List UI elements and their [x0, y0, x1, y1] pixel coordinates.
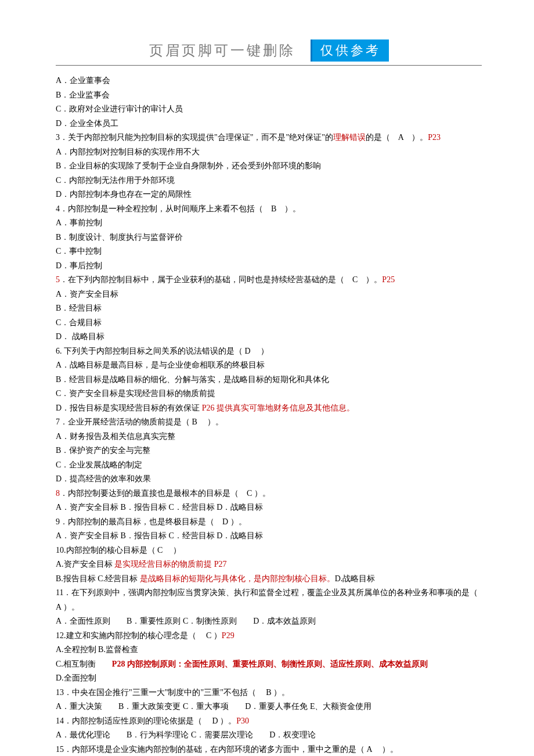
text-segment: C．政府对企业进行审计的审计人员 [56, 105, 183, 113]
text-segment: A．资产安全目标 B．报告目标 C．经营目标 D．战略目标 [56, 503, 263, 512]
text-line: B．企业目标的实现除了受制于企业自身限制外，还会受到外部环境的影响 [56, 159, 482, 174]
text-segment: B．经营目标 [56, 304, 102, 312]
text-line: C．政府对企业进行审计的审计人员 [56, 102, 482, 117]
text-line: C．资产安全目标是实现经营目标的物质前提 [56, 387, 482, 401]
text-segment: A．财务报告及相关信息真实完整 [56, 432, 175, 441]
text-segment: P23 [428, 133, 441, 142]
text-line: 15．内部环境是企业实施内部控制的基础，在内部环境的诸多方面中，重中之重的是（ … [56, 743, 482, 757]
text-line: A．重大决策 B．重大政策变更 C．重大事项 D．重要人事任免 E、大额资金使用 [56, 700, 482, 714]
text-segment: C．合规目标 [56, 318, 102, 327]
text-segment: C．企业发展战略的制定 [56, 460, 142, 469]
text-line: 8．内部控制要达到的最直接也是最根本的目标是（ C ）。 [56, 487, 482, 501]
text-segment: B．经营目标是战略目标的细化、分解与落实，是战略目标的短期化和具体化 [56, 375, 329, 384]
text-segment: D．企业全体员工 [56, 119, 118, 128]
text-segment: 是实现经营目标的物质前提 P27 [114, 560, 226, 568]
text-segment: A．内部控制对控制目标的实现作用不大 [56, 147, 200, 156]
text-line: A．资产安全目标 [56, 287, 482, 302]
text-segment: C.相互制衡 [56, 660, 112, 668]
text-segment: 14．内部控制适应性原则的理论依据是（ D ）。 [56, 717, 236, 725]
text-segment: A．最优化理论 B．行为科学理论 C．需要层次理论 D．权变理论 [56, 730, 316, 739]
text-line: D．提高经营的效率和效果 [56, 472, 482, 487]
text-segment: B．制度设计、制度执行与监督评价 [56, 233, 183, 242]
text-line: 12.建立和实施内部控制的核心理念是（ C ）P29 [56, 629, 482, 643]
text-line: A．事前控制 [56, 216, 482, 231]
text-line: A．战略目标是最高目标，是与企业使命相联系的终极目标 [56, 358, 482, 373]
text-line: 14．内部控制适应性原则的理论依据是（ D ）。P30 [56, 714, 482, 729]
text-line: D．事后控制 [56, 259, 482, 273]
text-segment: A．资产安全目标 [56, 290, 118, 298]
text-line: C．内部控制无法作用于外部环境 [56, 174, 482, 188]
text-line: D．企业全体员工 [56, 117, 482, 131]
text-line: 10.内部控制的核心目标是（ C ） [56, 543, 482, 558]
text-segment: A.资产安全目标 [56, 560, 114, 568]
document-body: A．企业董事会B．企业监事会C．政府对企业进行审计的审计人员D．企业全体员工3．… [56, 74, 482, 756]
text-line: C．事中控制 [56, 244, 482, 259]
text-segment: C．事中控制 [56, 247, 102, 255]
text-segment: B．企业监事会 [56, 91, 110, 99]
text-segment: 3．关于内部控制只能为控制目标的实现提供"合理保证"，而不是"绝对保证"的 [56, 133, 333, 142]
text-segment: 5 [56, 275, 60, 284]
text-segment: B．保护资产的安全与完整 [56, 446, 150, 455]
text-segment: B．企业目标的实现除了受制于企业自身限制外，还会受到外部环境的影响 [56, 161, 321, 170]
text-segment: 理解错误 [333, 133, 366, 142]
text-segment: D.全面控制 [56, 674, 96, 682]
text-segment: ．内部控制要达到的最直接也是最根本的目标是（ C ）。 [60, 489, 270, 498]
text-segment: C．资产安全目标是实现经营目标的物质前提 [56, 389, 215, 398]
text-segment: 是战略目标的短期化与具体化，是内部控制核心目标。 [140, 574, 335, 583]
text-line: 3．关于内部控制只能为控制目标的实现提供"合理保证"，而不是"绝对保证"的理解错… [56, 131, 482, 145]
text-segment: 10.内部控制的核心目标是（ C ） [56, 546, 181, 555]
text-line: A．财务报告及相关信息真实完整 [56, 430, 482, 444]
text-line: 9．内部控制的最高目标，也是终极目标是（ D ）。 [56, 515, 482, 530]
text-segment: D．内部控制本身也存在一定的局限性 [56, 190, 192, 199]
text-line: B．经营目标是战略目标的细化、分解与落实，是战略目标的短期化和具体化 [56, 373, 482, 387]
text-segment: P26 提供真实可靠地财务信息及其他信息。 [202, 404, 355, 412]
text-line: A．全面性原则 B．重要性原则 C．制衡性原则 D．成本效益原则 [56, 614, 482, 629]
text-segment: A．资产安全目标 B．报告目标 C．经营目标 D．战略目标 [56, 531, 263, 540]
text-line: B．企业监事会 [56, 88, 482, 103]
text-line: C．合规目标 [56, 316, 482, 330]
text-line: B．制度设计、制度执行与监督评价 [56, 231, 482, 245]
text-segment: P28 内部控制原则：全面性原则、重要性原则、制衡性原则、适应性原则、成本效益原… [112, 660, 428, 668]
text-line: C．企业发展战略的制定 [56, 458, 482, 473]
text-segment: D．提高经营的效率和效果 [56, 474, 151, 483]
text-segment: A．战略目标是最高目标，是与企业使命相联系的终极目标 [56, 361, 265, 369]
text-segment: A．事前控制 [56, 218, 102, 227]
text-line: 4．内部控制是一种全程控制，从时间顺序上来看不包括（ B ）。 [56, 202, 482, 217]
text-line: A．资产安全目标 B．报告目标 C．经营目标 D．战略目标 [56, 501, 482, 515]
text-segment: 的是（ A ）。 [366, 133, 428, 142]
text-segment: 4．内部控制是一种全程控制，从时间顺序上来看不包括（ B ）。 [56, 204, 301, 213]
text-segment: 9．内部控制的最高目标，也是终极目标是（ D ）。 [56, 517, 247, 526]
header-divider [56, 65, 482, 66]
text-segment: 13．中央在国企推行"三重一大"制度中的"三重"不包括（ B ）。 [56, 688, 290, 697]
text-segment: A.全程控制 B.监督检查 [56, 645, 138, 654]
text-line: 7．企业开展经营活动的物质前提是（ B ）。 [56, 415, 482, 430]
text-segment: A．企业董事会 [56, 76, 110, 85]
text-line: A．最优化理论 B．行为科学理论 C．需要层次理论 D．权变理论 [56, 728, 482, 743]
text-segment: 11．在下列原则中，强调内部控制应当贯穿决策、执行和监督全过程，覆盖企业及其所属… [56, 588, 478, 611]
text-line: A．内部控制对控制目标的实现作用不大 [56, 145, 482, 160]
text-segment: P25 [382, 275, 395, 284]
text-segment: P29 [222, 631, 234, 640]
page-header: 页眉页脚可一键删除 仅供参考 [56, 39, 482, 62]
header-badge: 仅供参考 [311, 39, 389, 62]
text-segment: 6. 下列关于内部控制目标之间关系的说法错误的是（ D ） [56, 347, 269, 355]
text-segment: D． 战略目标 [56, 332, 104, 341]
text-line: D． 战略目标 [56, 330, 482, 344]
text-segment: D.战略目标 [335, 574, 376, 583]
text-line: A.资产安全目标 是实现经营目标的物质前提 P27 [56, 557, 482, 572]
text-segment: 15．内部环境是企业实施内部控制的基础，在内部环境的诸多方面中，重中之重的是（ … [56, 745, 398, 754]
text-line: D．内部控制本身也存在一定的局限性 [56, 188, 482, 202]
text-segment: P30 [236, 717, 249, 725]
text-segment: A．全面性原则 B．重要性原则 C．制衡性原则 D．成本效益原则 [56, 617, 316, 625]
text-segment: B.报告目标 C.经营目标 [56, 574, 140, 583]
text-line: D．报告目标是实现经营目标的有效保证 P26 提供真实可靠地财务信息及其他信息。 [56, 401, 482, 416]
text-line: D.全面控制 [56, 671, 482, 686]
text-line: A.全程控制 B.监督检查 [56, 643, 482, 657]
text-segment: D．事后控制 [56, 261, 102, 270]
text-line: B.报告目标 C.经营目标 是战略目标的短期化与具体化，是内部控制核心目标。D.… [56, 572, 482, 586]
header-title: 页眉页脚可一键删除 [149, 41, 295, 60]
text-line: 5．在下列内部控制目标中，属于企业获利的基础，同时也是持续经营基础的是（ C ）… [56, 273, 482, 287]
text-segment: 12.建立和实施内部控制的核心理念是（ C ） [56, 631, 222, 640]
text-line: 11．在下列原则中，强调内部控制应当贯穿决策、执行和监督全过程，覆盖企业及其所属… [56, 586, 482, 614]
text-segment: C．内部控制无法作用于外部环境 [56, 176, 175, 185]
